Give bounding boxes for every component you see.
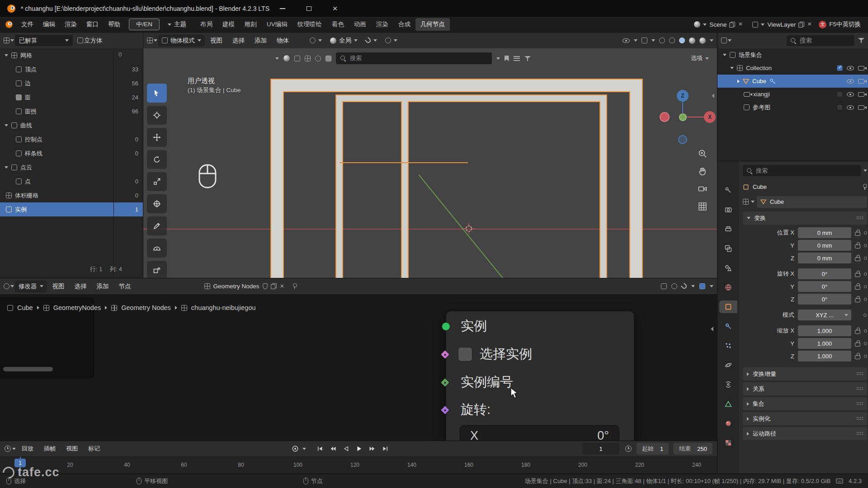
lock-icon[interactable] [855, 271, 860, 277]
socket-row-rotation[interactable]: 旋转: [446, 400, 634, 419]
rotation-y-field[interactable]: 0° [798, 281, 851, 292]
toggle-icon[interactable] [315, 56, 321, 61]
menu-edit[interactable]: 编辑 [38, 18, 60, 31]
outliner-search-field[interactable]: 搜索 [787, 35, 854, 46]
props-tab-world[interactable] [719, 281, 737, 294]
section-collections[interactable]: 集合 [743, 397, 867, 410]
props-tab-object[interactable] [719, 300, 737, 313]
dataset-dropdown[interactable]: 已解算 [15, 35, 73, 46]
data-row-faces[interactable]: 面24 [0, 90, 143, 104]
frame-start-field[interactable]: 起始 1 [637, 443, 669, 455]
breadcrumb-group[interactable]: chuanghu-neibujiegou [191, 304, 256, 311]
timeline-menu-marker[interactable]: 标记 [84, 442, 104, 455]
hide-icon[interactable] [847, 105, 854, 110]
object-name-field[interactable]: Cube [757, 196, 867, 208]
disclosure-icon[interactable] [737, 80, 740, 83]
workspace-tab-animation[interactable]: 动画 [349, 18, 371, 31]
gizmo-neg-x-ball[interactable] [660, 112, 670, 122]
menu-window[interactable]: 窗口 [82, 18, 103, 31]
list-icon[interactable] [514, 56, 520, 61]
node-menu-add[interactable]: 添加 [92, 280, 113, 293]
timeline-ruler[interactable]: 20 40 60 80 100 120 140 160 180 200 220 … [0, 456, 717, 474]
breadcrumb-modifier[interactable]: GeometryNodes [53, 304, 101, 311]
disclosure-icon[interactable] [5, 166, 8, 169]
lock-icon[interactable] [855, 353, 860, 359]
outliner-row-cube[interactable]: Cube [717, 75, 868, 88]
socket-row-selection[interactable]: 选择实例 [446, 345, 634, 364]
jump-to-end-button[interactable] [379, 443, 391, 454]
props-tab-view-layer[interactable] [719, 242, 737, 255]
tool-annotate[interactable] [147, 216, 167, 235]
location-x-field[interactable]: 0 mm [798, 227, 851, 238]
new-viewlayer-icon[interactable] [798, 22, 804, 28]
options-dropdown[interactable]: 选项 [687, 52, 712, 64]
props-tab-output[interactable] [719, 223, 737, 235]
node-editor-icon[interactable] [4, 283, 9, 289]
filter-icon[interactable] [858, 38, 864, 43]
geometry-socket-icon[interactable] [442, 322, 450, 331]
prev-keyframe-button[interactable] [327, 443, 339, 454]
minimize-button[interactable] [269, 0, 296, 17]
overlays-icon[interactable] [642, 38, 647, 43]
lock-icon[interactable] [855, 283, 860, 290]
workspace-tab-layout[interactable]: 布局 [195, 18, 217, 31]
data-row-curve[interactable]: 曲线 [0, 118, 143, 132]
gizmo-x-ball[interactable]: X [704, 111, 716, 123]
animate-dot-icon[interactable] [864, 257, 867, 260]
section-instancing[interactable]: 实例化 [743, 412, 867, 425]
outliner-row-xiangji[interactable]: xiangji [717, 88, 868, 101]
outliner-row-scene-collection[interactable]: 场景集合 [717, 48, 868, 61]
drag-grip-icon[interactable] [856, 402, 863, 406]
animate-dot-icon[interactable] [864, 355, 867, 358]
tool-rotate[interactable] [147, 150, 167, 169]
lock-icon[interactable] [855, 340, 860, 347]
outliner-row-collection[interactable]: Collection [717, 61, 868, 75]
maximize-button[interactable] [296, 0, 322, 17]
chevron-down-icon[interactable] [496, 57, 500, 60]
chevron-down-icon[interactable] [275, 57, 279, 60]
lock-icon[interactable] [855, 328, 860, 334]
breadcrumb-tree[interactable]: Geometry Nodes [121, 304, 171, 311]
props-tab-scene[interactable] [719, 262, 737, 274]
pin-icon[interactable] [862, 184, 867, 190]
animate-dot-icon[interactable] [864, 342, 867, 345]
unlink-scene-icon[interactable] [738, 22, 743, 27]
disclosure-icon[interactable] [730, 67, 734, 69]
node-tree-name-field[interactable]: Geometry Nodes [204, 283, 297, 290]
material-preview-ball-icon[interactable] [283, 55, 290, 61]
panel-collapse-arrow-icon[interactable] [711, 327, 713, 331]
pin-icon[interactable] [292, 283, 297, 290]
lock-icon[interactable] [855, 230, 860, 236]
animate-dot-icon[interactable] [864, 231, 867, 235]
disclosure-icon[interactable] [723, 54, 726, 56]
bookmark-icon[interactable] [505, 56, 509, 61]
animate-dot-icon[interactable] [863, 314, 867, 317]
gizmo-neg-z-ball[interactable] [678, 135, 687, 144]
filter-icon[interactable] [524, 56, 531, 61]
shading-material-icon[interactable] [689, 38, 695, 44]
tool-cursor[interactable] [147, 106, 167, 125]
remove-viewlayer-icon[interactable] [807, 22, 812, 27]
node-menu-node[interactable]: 节点 [114, 280, 136, 293]
workspace-tab-shading[interactable]: 着色 [327, 18, 349, 31]
viewlayer-selector[interactable]: ViewLayer [750, 20, 815, 29]
timeline-menu-view[interactable]: 视图 [61, 442, 82, 455]
timeline-menu-playback[interactable]: 回放 [17, 442, 38, 455]
snap-icon[interactable] [681, 283, 688, 290]
section-delta-transform[interactable]: 变换增量 [743, 367, 867, 380]
camera-view-icon[interactable] [698, 184, 708, 194]
viewport-menu-add[interactable]: 添加 [250, 34, 271, 47]
data-row-pointcloud[interactable]: 点云 [0, 160, 143, 174]
rotation-mode-dropdown[interactable]: XYZ ... [798, 310, 851, 320]
props-tab-modifiers[interactable] [719, 320, 737, 333]
viewport-menu-view[interactable]: 视图 [206, 34, 227, 47]
workspace-tab-compositing[interactable]: 合成 [393, 18, 415, 31]
tool-move[interactable] [147, 128, 167, 147]
preview-toggle-icon[interactable] [699, 283, 705, 289]
node-menu-select[interactable]: 选择 [70, 280, 91, 293]
proportional-edit-dropdown[interactable] [382, 36, 401, 45]
scale-z-field[interactable]: 1.000 [798, 351, 851, 361]
animate-dot-icon[interactable] [864, 329, 867, 333]
socket-row-instances[interactable]: 实例 [446, 317, 634, 336]
tool-scale[interactable] [147, 172, 167, 191]
